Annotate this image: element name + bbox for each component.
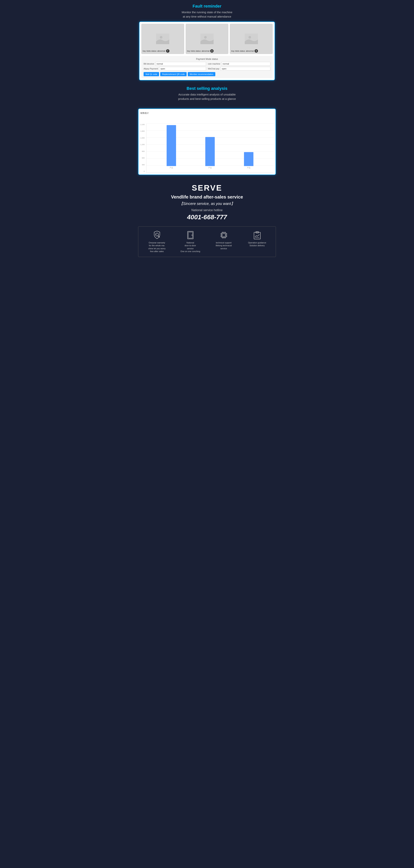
y-label-0: 0: [144, 170, 145, 172]
payment-row-1: Bill deceive coin machine: [144, 62, 270, 66]
selling-subtitle: Accurate data intelligent analysis of un…: [139, 92, 275, 101]
footer-text-tech: technical support lifelong technacal ser…: [216, 241, 232, 250]
payment-row-2: Alipay Payment WeChat pay: [144, 67, 270, 70]
chart-bars-area: 产品 产品 产品: [146, 124, 274, 173]
image-label-2: tray /slots status: abnormal 8: [187, 49, 214, 53]
footer-text-guidance: Operation guidance Solution delivery: [248, 241, 266, 247]
shield-wrench-icon: [152, 230, 162, 240]
placeholder-img-icon-2: [200, 32, 214, 45]
badge-7: 7: [166, 49, 169, 53]
coin-input[interactable]: [221, 62, 270, 66]
wechat-input[interactable]: [220, 67, 270, 70]
image-label-3: tray /slots status: abnormal 9: [231, 49, 258, 53]
payment-field-alipay: Alipay Payment: [144, 67, 206, 70]
svg-point-11: [192, 235, 192, 236]
mall-qr-button[interactable]: Mall Qr code: [144, 72, 159, 76]
serve-hotline-label: National service hotline: [139, 209, 275, 212]
alipay-input[interactable]: [159, 67, 206, 70]
y-label-1200: 1,200: [140, 144, 145, 146]
fault-section: Fault reminder Monitor the running state…: [136, 0, 278, 82]
selling-section: Best selling analysis Accurate data inte…: [136, 82, 278, 106]
payment-panel: Payment Mode status Bill deceive coin ma…: [141, 56, 273, 78]
image-row: tray /slots status: abnormal 7 tray /slo…: [141, 24, 273, 54]
chart-title: 销售统计: [140, 112, 274, 115]
svg-rect-28: [254, 232, 260, 239]
chart-bar-group-3: 产品: [244, 152, 253, 169]
chart-panel: 销售统计 0 300 600 900 1,200 1,500 1,800 2,1…: [138, 108, 276, 175]
image-card-2: tray /slots status: abnormal 8: [186, 24, 228, 54]
chart-y-axis: 0 300 600 900 1,200 1,500 1,800 2,100: [140, 124, 145, 173]
footer-item-guidance: Operation guidance Solution delivery: [241, 230, 274, 247]
replenishment-qr-button[interactable]: Replenishment QR code: [160, 72, 187, 76]
payment-title: Payment Mode status: [144, 58, 270, 60]
serve-title: SERVE: [139, 183, 275, 192]
clipboard-chart-icon: [252, 230, 262, 240]
door-icon: [186, 230, 195, 240]
footer-item-warranty: Oneyear warranty for the whole ma- chine…: [140, 230, 173, 253]
footer-item-tech: technical support lifelong technacal ser…: [207, 230, 241, 250]
chart-bar-label-3: 产品: [247, 166, 250, 169]
footer-item-door: National door-to-door service One on one…: [173, 230, 207, 253]
selling-title: Best selling analysis: [139, 86, 275, 91]
footer-section: Oneyear warranty for the whole ma- chine…: [138, 226, 276, 257]
footer-text-warranty: Oneyear warranty for the whole ma- chine…: [148, 241, 166, 253]
y-label-1800: 1,800: [140, 130, 145, 132]
y-label-300: 300: [142, 164, 145, 166]
serve-brand: Vendlife brand after-sales service: [139, 194, 275, 199]
y-label-600: 600: [142, 157, 145, 159]
chart-bar-label-1: 产品: [170, 166, 173, 169]
y-label-900: 900: [142, 150, 145, 152]
chart-bars: 产品 产品 产品: [147, 124, 274, 169]
badge-8: 8: [210, 49, 214, 53]
chart-bar-label-2: 产品: [208, 166, 212, 169]
chart-container: 0 300 600 900 1,200 1,500 1,800 2,100: [140, 116, 274, 173]
serve-tagline: 【Sincere service, as you want】: [139, 201, 275, 206]
chart-bar-2: [205, 137, 215, 166]
svg-point-1: [160, 36, 162, 39]
serve-phone: 4001-668-777: [139, 213, 275, 221]
image-card-1: tray /slots status: abnormal 7: [141, 24, 184, 54]
badge-9: 9: [255, 49, 258, 53]
fault-title: Fault reminder: [139, 4, 275, 9]
footer-text-door: National door-to-door service One on one…: [181, 241, 200, 253]
chart-bar-3: [244, 152, 253, 166]
y-label-2100: 2,100: [140, 124, 145, 125]
placeholder-img-icon-3: [245, 32, 258, 45]
y-label-1500: 1,500: [140, 137, 145, 139]
svg-point-3: [204, 36, 207, 39]
chart-bar-1: [167, 125, 176, 166]
payment-field-wechat: WeChat pay: [208, 67, 270, 70]
svg-point-5: [248, 36, 251, 39]
placeholder-img-icon: [156, 32, 169, 45]
payment-field-bill: Bill deceive: [144, 62, 206, 66]
fault-panel: tray /slots status: abnormal 7 tray /slo…: [139, 22, 275, 81]
payment-buttons: Mall Qr code Replenishment QR code Membe…: [144, 72, 270, 76]
serve-section: SERVE Vendlife brand after-sales service…: [136, 178, 278, 224]
fault-subtitle: Monitor the running state of the machine…: [139, 10, 275, 19]
chart-bar-group-1: 产品: [167, 125, 176, 169]
payment-field-coin: coin machine: [208, 62, 270, 66]
member-rec-button[interactable]: Member recommendation: [188, 72, 215, 76]
svg-line-8: [156, 234, 156, 235]
image-label-1: tray /slots status: abnormal 7: [142, 49, 169, 53]
chip-icon: [219, 230, 228, 240]
bill-input[interactable]: [155, 62, 206, 66]
chart-bar-group-2: 产品: [205, 137, 215, 169]
image-card-3: tray /slots status: abnormal 9: [230, 24, 273, 54]
svg-rect-15: [222, 234, 225, 237]
